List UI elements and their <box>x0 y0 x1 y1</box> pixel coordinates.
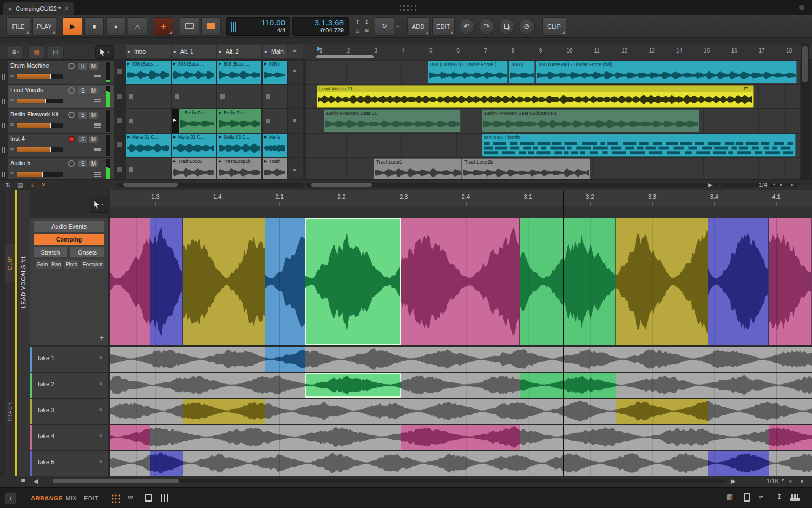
arranger-clip[interactable]: TrashLoop1 <box>374 158 462 179</box>
duplicate-button[interactable] <box>499 18 515 35</box>
stop-button[interactable] <box>266 119 270 123</box>
scrollbar-thumb[interactable] <box>123 183 178 187</box>
take-lane[interactable] <box>110 373 812 398</box>
comp-segment[interactable] <box>616 218 708 345</box>
scroll-left-icon[interactable]: ◀ <box>34 478 38 485</box>
track-header[interactable]: Lead VocalsSM≋ <box>8 85 114 108</box>
ruler-tick[interactable]: 6 <box>457 48 470 55</box>
stop-button[interactable] <box>220 94 225 99</box>
editor-ruler-tick[interactable]: 3.3 <box>641 193 663 201</box>
track-select-indicator[interactable] <box>117 69 122 74</box>
arranger-clip[interactable]: 808 (B <box>509 61 535 83</box>
clip-slot[interactable]: ▶TrashLoop2b <box>217 158 261 179</box>
scene-header[interactable]: ▸Main <box>263 45 287 58</box>
mute-button[interactable]: M <box>89 63 98 70</box>
track-name[interactable]: Drum Machine <box>10 62 67 70</box>
ruler-tick[interactable]: 15 <box>704 48 717 55</box>
mute-button[interactable]: M <box>89 160 98 167</box>
transport-record-button[interactable]: ● <box>106 17 126 36</box>
track-name[interactable]: Lead Vocals <box>10 87 67 94</box>
editor-ruler-tick[interactable]: 3.1 <box>517 193 539 201</box>
track-select-indicator[interactable] <box>117 118 122 123</box>
tempo-value[interactable]: 110.00 <box>261 18 285 27</box>
take-header[interactable]: Take 2× <box>30 373 108 398</box>
pitch-button[interactable]: Pitch <box>64 260 79 269</box>
ruler-tick[interactable]: 7 <box>484 48 497 55</box>
arranger-clip[interactable]: Berlin Firework Beat 02-bounce-1 <box>482 109 699 132</box>
fader-handle[interactable] <box>50 74 51 79</box>
layers-icon[interactable]: ≣ <box>21 478 25 485</box>
track-menu-icon[interactable] <box>94 75 101 79</box>
stop-button[interactable] <box>129 167 133 172</box>
solo-button[interactable]: S <box>78 87 87 94</box>
scene-cell[interactable]: ≡ <box>288 109 303 133</box>
arranger-hscroll-track[interactable] <box>306 183 800 187</box>
formant-button[interactable]: Formant <box>81 260 104 269</box>
clip-slot[interactable]: ▶Mella 01 C... <box>126 134 171 157</box>
scrollbar-thumb[interactable] <box>802 46 808 82</box>
take-delete-button[interactable]: × <box>97 432 104 440</box>
ruler-tick[interactable]: 10 <box>566 48 579 55</box>
scene-header[interactable]: ▸Alt. 2 <box>217 45 261 58</box>
take-delete-button[interactable]: × <box>97 458 104 466</box>
onscreen-keyboard-icon[interactable]: ▦ <box>726 493 733 501</box>
clip-slot[interactable]: ▶808 (Bass-... <box>126 61 171 84</box>
ruler-tick[interactable]: 17 <box>759 48 772 55</box>
editor-ruler-tick[interactable]: 3.2 <box>579 193 601 201</box>
track-menu-icon[interactable] <box>94 123 101 128</box>
take-highlight[interactable] <box>520 373 616 398</box>
tab-clip[interactable]: CLIP <box>5 244 15 282</box>
track-header[interactable]: Berlin Firework KitSM≋ <box>8 109 114 133</box>
stop-button[interactable] <box>175 94 179 99</box>
clear-selection-icon[interactable]: ✕ <box>41 181 46 188</box>
comp-segment[interactable] <box>454 218 520 345</box>
fader-handle[interactable] <box>45 99 46 103</box>
zoom-fit-icon[interactable]: ↔ <box>797 181 803 188</box>
volume-fader[interactable] <box>17 74 63 79</box>
take-lane[interactable] <box>110 451 812 476</box>
comp-segment[interactable] <box>265 218 305 345</box>
take-highlight[interactable] <box>401 425 454 450</box>
link-icon[interactable]: ∞ <box>128 492 133 501</box>
position-display[interactable]: 3.1.3.68 0:04.729 <box>292 17 349 36</box>
take-delete-button[interactable]: × <box>97 406 104 414</box>
ruler-tick[interactable]: 16 <box>731 48 744 55</box>
follow-playhead-icon[interactable]: ↧ <box>30 181 35 188</box>
comp-segment[interactable] <box>520 218 616 345</box>
track-select-indicator[interactable] <box>117 142 122 147</box>
scene-cell[interactable]: ≡ <box>288 85 303 108</box>
clip-loop-icon[interactable]: ⇄ <box>744 86 751 92</box>
clip-menu-button[interactable]: CLIP <box>542 17 566 36</box>
record-arm-button[interactable] <box>68 112 75 118</box>
stop-button[interactable] <box>266 94 270 99</box>
take-highlight[interactable] <box>769 425 812 450</box>
info-button[interactable]: i <box>4 492 16 504</box>
clip-slot[interactable]: ▶Berlin Fire... <box>217 109 261 133</box>
arranger-clip[interactable]: 808 (Bass-08) - House Force ( <box>428 61 508 83</box>
record-arm-button[interactable] <box>68 63 75 69</box>
transport-play-button[interactable]: ▶ <box>63 17 82 36</box>
ruler-tick[interactable]: 1 <box>319 48 332 55</box>
volume-fader[interactable] <box>17 172 63 177</box>
ruler-tick[interactable]: 9 <box>539 48 552 55</box>
piano-panel-icon[interactable] <box>790 494 800 501</box>
track-menu-icon[interactable] <box>94 99 101 103</box>
clip-slot[interactable]: ▶Berlin Fire... <box>172 109 216 133</box>
zoom-down-icon[interactable]: ▾ <box>782 478 784 483</box>
take-highlight[interactable] <box>110 425 150 450</box>
overdub-plus-button[interactable]: + <box>154 17 173 36</box>
pan-button[interactable]: Pan <box>50 260 62 269</box>
clip-slot[interactable]: ▶808 (Bass-... <box>217 61 261 84</box>
gain-button[interactable]: Gain <box>36 260 49 269</box>
ruler-tick[interactable]: 5 <box>429 48 442 55</box>
stretch-button[interactable]: Stretch <box>34 247 67 257</box>
scene-column-header[interactable]: ≡ <box>288 45 303 58</box>
track-name[interactable]: Inst 4 <box>10 135 67 143</box>
file-button[interactable]: FILE <box>6 17 30 36</box>
track-name[interactable]: Berlin Firework Kit <box>10 111 67 119</box>
comp-segment[interactable] <box>150 218 183 345</box>
file-panel-icon[interactable] <box>744 493 750 502</box>
take-highlight[interactable] <box>305 373 401 398</box>
playing-indicator[interactable]: ▶ <box>172 109 179 133</box>
arranger-clip[interactable]: Lead Vocals #1⇄ <box>317 85 754 108</box>
